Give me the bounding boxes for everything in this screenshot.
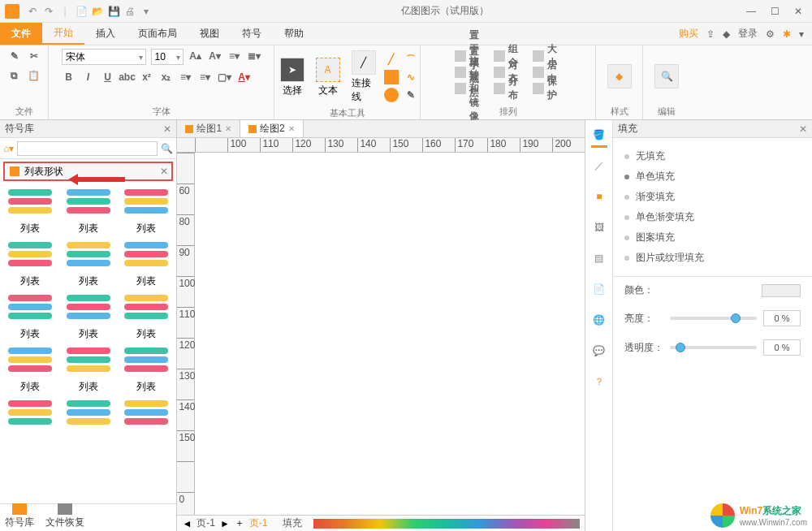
increase-font-icon[interactable]: A▴ [188, 49, 203, 63]
strike-icon[interactable]: abc [120, 70, 135, 84]
fill-opt-monograd[interactable]: 单色渐变填充 [624, 207, 801, 227]
brightness-slider[interactable] [670, 317, 757, 320]
shape-cell[interactable] [62, 397, 115, 431]
copy-icon[interactable]: ⧉ [7, 68, 22, 83]
line-tool-icon[interactable]: ╱ [384, 52, 399, 67]
page-add-icon[interactable]: ＋ [235, 516, 244, 530]
color-swatch[interactable] [762, 284, 801, 297]
align-icon[interactable]: ≡▾ [179, 70, 193, 84]
shape-style-icon[interactable]: ■ [590, 187, 609, 206]
drawing-canvas[interactable] [195, 153, 585, 515]
opacity-value[interactable]: 0 % [763, 339, 801, 356]
minimize-icon[interactable]: — [746, 6, 756, 17]
italic-icon[interactable]: I [81, 70, 96, 84]
shape-cell[interactable] [120, 397, 174, 431]
connector-tool[interactable]: ╱ 连接线 [348, 49, 379, 106]
paste-icon[interactable]: 📋 [27, 68, 41, 83]
fill-opt-solid[interactable]: 单色填充 [624, 166, 801, 187]
library-home-icon[interactable]: ⌂▾ [3, 143, 14, 154]
tab-help[interactable]: 帮助 [273, 23, 315, 45]
fill-opt-none[interactable]: 无填充 [624, 146, 801, 166]
tab-file[interactable]: 文件 [0, 23, 42, 45]
curve-tool-icon[interactable]: ∿ [404, 70, 418, 84]
help-icon[interactable]: ？ [590, 372, 609, 391]
shape-cell[interactable]: 列表 [120, 291, 174, 341]
category-close-icon[interactable]: ✕ [160, 166, 168, 177]
subscript-icon[interactable]: x₂ [159, 70, 174, 84]
page-tab-active[interactable]: 页-1 [249, 516, 268, 530]
bottom-tab-library[interactable]: 符号库 [5, 503, 34, 529]
doc-tab[interactable]: 绘图1✕ [177, 120, 240, 137]
fill-bucket-icon[interactable]: 🪣 [590, 125, 609, 145]
format-painter-icon[interactable]: ✂ [27, 49, 41, 63]
pencil-tool-icon[interactable]: ✎ [404, 88, 418, 102]
opacity-slider[interactable] [670, 346, 757, 349]
settings-icon[interactable]: ⚙ [766, 28, 775, 40]
shape-cell[interactable]: 列表 [120, 239, 174, 288]
shape-cell[interactable] [3, 397, 57, 431]
shape-cell[interactable]: 列表 [3, 186, 57, 235]
font-name-combo[interactable]: 宋体 [62, 49, 146, 65]
layer-icon[interactable]: ▤ [590, 248, 609, 268]
feedback-icon[interactable]: ◆ [723, 28, 730, 40]
fontcolor-icon[interactable]: A▾ [237, 70, 252, 84]
color-strip[interactable] [313, 519, 581, 529]
brush-icon[interactable]: ✎ [7, 49, 22, 63]
line-style-icon[interactable]: ／ [590, 156, 609, 175]
login-link[interactable]: 登录 [738, 27, 758, 41]
doc-tab[interactable]: 绘图2✕ [240, 120, 304, 137]
save-icon[interactable]: 💾 [107, 5, 120, 18]
shape-cell[interactable]: 列表 [62, 344, 115, 394]
tab-symbol[interactable]: 符号 [231, 23, 273, 45]
fill-opt-texture[interactable]: 图片或纹理填充 [624, 248, 801, 268]
shape-cell[interactable]: 列表 [3, 291, 57, 341]
style-button[interactable]: ◆ [604, 63, 635, 90]
undo-icon[interactable]: ↶ [26, 5, 39, 18]
edit-button[interactable]: 🔍 [651, 63, 682, 90]
open-icon[interactable]: 📂 [91, 5, 104, 18]
highlight-icon[interactable]: ▢▾ [218, 70, 232, 84]
decrease-font-icon[interactable]: A▾ [208, 49, 222, 63]
tab-insert[interactable]: 插入 [84, 23, 127, 45]
superscript-icon[interactable]: x² [140, 70, 154, 84]
share-icon[interactable]: ⇪ [706, 28, 715, 40]
brightness-value[interactable]: 0 % [763, 310, 801, 326]
shapes-panel-close-icon[interactable]: ✕ [163, 123, 171, 135]
close-icon[interactable]: ✕ [794, 6, 802, 17]
image-icon[interactable]: 🖼 [590, 218, 609, 237]
font-size-combo[interactable]: 10 [151, 49, 184, 65]
shape-cell[interactable]: 列表 [62, 291, 115, 341]
rect-tool-icon[interactable] [384, 70, 399, 84]
page-next-icon[interactable]: ► [220, 518, 230, 529]
select-tool[interactable]: ➤ 选择 [277, 56, 308, 99]
linespacing-icon[interactable]: ≡▾ [227, 49, 242, 63]
protect-btn[interactable]: 保护 [533, 81, 562, 96]
bold-icon[interactable]: B [62, 70, 76, 84]
distribute-btn[interactable]: 分布 [494, 81, 523, 96]
print-icon[interactable]: 🖨 [123, 5, 136, 18]
search-icon[interactable]: 🔍 [161, 143, 173, 154]
shape-cell[interactable]: 列表 [120, 186, 174, 235]
arc-tool-icon[interactable]: ⌒ [404, 52, 418, 67]
page-tab[interactable]: 页-1 [197, 516, 215, 530]
redo-icon[interactable]: ↷ [42, 5, 55, 18]
page-prev-icon[interactable]: ◄ [182, 518, 192, 529]
fill-opt-gradient[interactable]: 渐变填充 [624, 187, 801, 207]
menu-down-icon[interactable]: ▾ [799, 28, 804, 40]
tab-pagelayout[interactable]: 页面布局 [127, 23, 188, 45]
page-icon[interactable]: 📄 [590, 279, 609, 299]
shape-cell[interactable]: 列表 [3, 239, 57, 288]
maximize-icon[interactable]: ☐ [771, 6, 780, 17]
apps-icon[interactable]: ✱ [783, 28, 791, 40]
valign-icon[interactable]: ≡▾ [198, 70, 213, 84]
rotate-btn[interactable]: 旋转和镜像 [455, 81, 484, 96]
shape-cell[interactable]: 列表 [62, 239, 115, 288]
tab-view[interactable]: 视图 [188, 23, 231, 45]
export-icon[interactable]: ▾ [140, 5, 153, 18]
library-search-input[interactable] [17, 141, 158, 156]
text-tool[interactable]: A 文本 [313, 56, 343, 99]
bottom-tab-recover[interactable]: 文件恢复 [45, 503, 84, 529]
tab-start[interactable]: 开始 [42, 23, 84, 45]
fill-opt-pattern[interactable]: 图案填充 [624, 227, 801, 248]
underline-icon[interactable]: U [101, 70, 115, 84]
